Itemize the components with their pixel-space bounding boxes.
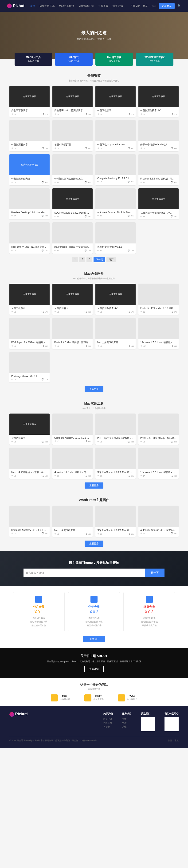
resource-card[interactable]: Mac上免费下载工具👁 18💬 138: [95, 318, 135, 349]
resource-card[interactable]: 典型付费for mac V2.1.5👁 81💬 130: [95, 222, 135, 254]
search-button[interactable]: 日一下: [145, 568, 164, 577]
card-meta: 👁 10💬 532: [97, 147, 134, 149]
resource-card[interactable]: 1Password 7.2.1 Mac 破解版 - 最...👁 37💬 630: [138, 447, 179, 479]
resource-card[interactable]: 付费下载演示付费资源免费看-AV👁 10💬 179: [138, 86, 179, 117]
resource-card[interactable]: Fantastical 2 for Mac 2.5.6 破解...👁 51💬 2…: [138, 284, 179, 315]
feature-card[interactable]: MAC设计工具1434个工具: [14, 53, 52, 66]
nav-software[interactable]: Mac必备软件: [59, 4, 74, 8]
resource-card[interactable]: 付费下载演示付费下载演示👁 10💬 179: [95, 86, 135, 117]
nav-shop[interactable]: 淘宝店铺: [113, 4, 123, 8]
nav-register[interactable]: 注册: [151, 4, 156, 8]
page-btn[interactable]: 尾页: [106, 257, 116, 262]
resource-card[interactable]: Autodesk Autocad 2019 for Mac...👁 26💬 36…: [95, 188, 135, 219]
resource-card[interactable]: Paste 2.4.0 Mac 破解版 - 轻巧好用类...👁 10💬 240: [138, 413, 179, 445]
resource-card[interactable]: iA Writer 5.1.2 Mac 破解版 - 简...👁 65💬 532: [138, 154, 179, 185]
more-btn[interactable]: 查看更多: [85, 540, 103, 547]
card-meta: 👁 10💬 532: [11, 441, 48, 443]
feature-card[interactable]: Mac游戏下载1434个工具: [95, 53, 133, 66]
more-btn[interactable]: 查看更多: [85, 386, 103, 392]
vip-card[interactable]: 包年会员¥ 0.2体验VIP 1年全站资源免费下载最优成本无广告: [68, 592, 120, 631]
card-meta: 👁 10💬 265: [54, 113, 91, 115]
resource-card[interactable]: 付费下载演示付费资源免费看-AV👁 10💬 179: [95, 284, 135, 315]
resource-card[interactable]: 付费下载演示SQLPro Studio 1.0.302 Mac 破解版👁 65💬…: [53, 188, 93, 219]
resource-card[interactable]: 付费下载演示日主题Rizhuti计算测试演示👁 10💬 265: [53, 86, 93, 117]
resource-card[interactable]: 付费下载演示付费下载演示👁 10💬 179: [9, 284, 50, 315]
resource-card[interactable]: dock 透明度 (2234.NET)·将美图...👁 14💬 131: [9, 222, 50, 254]
resource-card[interactable]: Autodesk Autocad 2019 for Mac...👁 26💬 36…: [138, 506, 179, 537]
card-thumbnail: [95, 506, 135, 527]
more-btn[interactable]: 查看更多: [85, 483, 103, 489]
card-title: 分享一个清楚balabala软件: [140, 143, 177, 146]
resource-card[interactable]: 特种部队免下载资源(word)...👁 65💬 532: [53, 154, 93, 185]
resource-card[interactable]: 付费下载dropzone-for-mac👁 10💬 532: [95, 120, 135, 151]
footer-link[interactable]: 售后: [122, 721, 132, 725]
feature-card[interactable]: WORDPRESS专区798个工具: [136, 53, 174, 66]
resource-card[interactable]: 付费资源看内容👁 10💬 138: [9, 120, 50, 151]
resource-card[interactable]: PDF Expert 2.4.15 Mac 破解版 -...👁 10💬 532: [9, 318, 50, 349]
card-title: 安装示下载演示: [11, 109, 48, 112]
section-sub: Mac必备软件，分享收集整理的Mac电脑软件: [9, 277, 179, 280]
card-title: 付费下载演示: [11, 307, 48, 310]
about-btn[interactable]: 查看详情: [84, 666, 104, 672]
resource-card[interactable]: 1Password 7.2.1 Mac 破解版 - 最...👁 137💬 630: [138, 318, 179, 349]
feature-card[interactable]: MAC游戏1456个工具: [55, 53, 93, 66]
resource-card[interactable]: 付费下载演示安装示下载演示👁 10💬 179: [9, 86, 50, 117]
footer-link[interactable]: 售前: [122, 717, 132, 721]
card-thumbnail: [138, 154, 179, 175]
nav-tools[interactable]: Mac实用工具: [39, 4, 55, 8]
vip-card[interactable]: 包月会员¥ 0.1体验VIP 30天全站资源免费下载最优成本无广告: [13, 592, 65, 631]
card-meta: 👁 14💬 131: [11, 250, 48, 252]
pagination: 123下一页尾页: [9, 257, 179, 262]
vip-card[interactable]: 终身会员¥ 0.3体验VIP 50年全站资源免费下载最优成本无广告: [123, 592, 175, 631]
nav-home[interactable]: 首页: [30, 4, 35, 8]
resource-card[interactable]: Paste 2.4.0 Mac 破解版 - 轻巧好用类...👁 10💬 240: [53, 318, 93, 349]
resource-card[interactable]: Photoogs Zbrush 2018.1👁 16💬 179: [9, 352, 50, 382]
resource-card[interactable]: Complete Anatomy 2019 4.0.1 Mac...👁 17💬 …: [53, 413, 93, 445]
page-btn[interactable]: 3: [87, 257, 93, 262]
section: WordPress主题插件Complete Anatomy 2019 4.0.1…: [0, 493, 188, 551]
logo[interactable]: Rizhuti: [7, 3, 25, 8]
resource-card[interactable]: Macromedia FlashS 中文版 简体...👁 46💬 130: [53, 222, 93, 254]
nav-member-btn[interactable]: 会员登录: [159, 3, 175, 9]
resource-card[interactable]: 相册小资源页面👁 10💬 401: [53, 120, 93, 151]
resource-card[interactable]: 付费下载演示付费资源看文👁 10💬 532: [53, 284, 93, 315]
resource-card[interactable]: 分享一个清楚balabala软件👁 10💬 553: [138, 120, 179, 151]
resource-card[interactable]: iA Writer 5.1.2 Mac 破解版 - 简...👁 65💬 532: [53, 447, 93, 479]
card-thumbnail: 付费下载演示: [53, 188, 93, 209]
page-btn[interactable]: 1: [72, 257, 78, 262]
card-thumbnail: [9, 447, 50, 469]
nav-vip[interactable]: 开通VIP: [130, 4, 140, 8]
resource-card[interactable]: Complete Anatomy 2019 4.0.1 Mac...👁 17💬 …: [9, 506, 50, 537]
footer-link[interactable]: 客服: [175, 739, 179, 742]
footer-link[interactable]: 其他: [122, 725, 132, 728]
nav-themes[interactable]: 主题下载: [98, 4, 108, 8]
footer-link[interactable]: 购买主题: [103, 721, 113, 725]
page-btn[interactable]: 2: [79, 257, 85, 262]
resource-card[interactable]: 付费下载演示私服问题一年值得的bug几个...👁 23💬 361: [138, 188, 179, 219]
resource-card[interactable]: SQLPro Studio 1.0.302 Mac 破解版👁 65💬 361: [95, 506, 135, 537]
card-thumbnail: [95, 188, 135, 209]
resource-card[interactable]: 付费资源部分内容付费资源部分内容👁 10💬 532: [9, 154, 50, 185]
stat-icon: [84, 694, 91, 702]
resource-card[interactable]: Mac上免费好用的mac下载 - 强...👁 10💬 136: [9, 447, 50, 479]
resource-card[interactable]: SQLPro Studio 1.0.302 Mac 破解版👁 65💬 361: [95, 447, 135, 479]
resource-card[interactable]: 付费下载演示付费资源看文👁 10💬 532: [9, 413, 50, 445]
vip-buy-btn[interactable]: 开通VIP: [83, 636, 105, 642]
resource-card[interactable]: Mac上免费下载工具👁 10💬 136: [53, 506, 93, 537]
card-meta: 👁 67💬 532: [11, 215, 48, 217]
footer-link[interactable]: 联系我们: [103, 717, 113, 721]
nav-games[interactable]: Mac游戏下载: [79, 4, 94, 8]
resource-card[interactable]: PDF Expert 2.4.15 Mac 破解版 -...👁 10💬 532: [95, 413, 135, 445]
footer-link[interactable]: 首页: [168, 739, 172, 742]
vip-title: 包年会员: [72, 605, 116, 609]
nav-login[interactable]: 登录: [143, 4, 148, 8]
search-title: 日主题RiTheme，搜索从这里开始: [9, 561, 179, 565]
resource-card[interactable]: Parallels Desktop 14.0.1 for Mac...👁 67💬…: [9, 188, 50, 219]
search-input[interactable]: [24, 568, 145, 577]
resource-card[interactable]: Complete Anatomy 2019 4.0.1 Mac...👁 17💬 …: [95, 154, 135, 185]
vip-icon: [146, 596, 153, 603]
page-btn[interactable]: 下一页: [94, 257, 105, 262]
search-section: 日主题RiTheme，搜索从这里开始 日一下: [0, 551, 188, 586]
footer-link[interactable]: 日公告: [103, 725, 113, 728]
search-icon[interactable]: 🔍: [178, 4, 181, 7]
